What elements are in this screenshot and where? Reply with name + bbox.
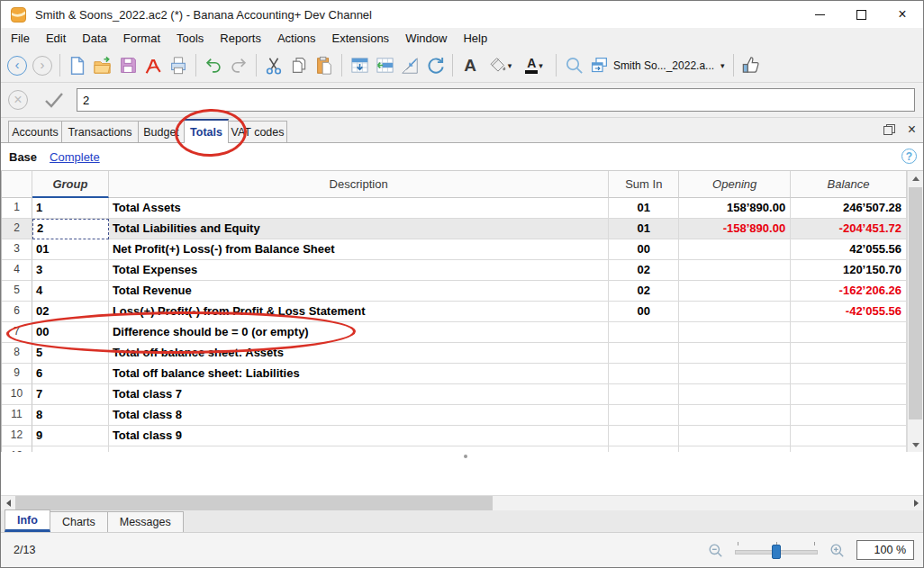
forward-icon[interactable]: ›	[31, 54, 54, 77]
opening-cell[interactable]: -158’890.00	[679, 219, 791, 239]
opening-cell[interactable]	[679, 364, 791, 384]
description-cell[interactable]: Net Profit(+) Loss(-) from Balance Sheet	[109, 239, 609, 260]
open-file-icon[interactable]	[91, 54, 114, 77]
view-tab-transactions[interactable]: Transactions	[61, 121, 139, 142]
sumin-cell[interactable]	[609, 426, 679, 446]
group-cell[interactable]: 8	[32, 405, 109, 426]
balance-cell[interactable]: 120’150.70	[791, 260, 907, 281]
opening-column-header[interactable]: Opening	[679, 171, 791, 198]
group-cell[interactable]: 00	[32, 322, 109, 343]
scroll-right-icon[interactable]	[909, 496, 923, 510]
vertical-scroll-thumb[interactable]	[909, 187, 922, 419]
sumin-cell[interactable]	[609, 322, 679, 343]
new-file-icon[interactable]	[66, 54, 89, 77]
description-cell[interactable]: Total class 8	[109, 405, 609, 426]
scroll-up-icon[interactable]	[908, 171, 923, 185]
opening-cell[interactable]	[679, 426, 791, 446]
cut-icon[interactable]	[262, 54, 285, 77]
cell-edit-input[interactable]	[77, 88, 915, 112]
menu-item-file[interactable]: File	[3, 28, 38, 49]
splitter-handle[interactable]	[464, 455, 467, 458]
font-icon[interactable]: A	[458, 54, 482, 77]
group-cell[interactable]: 7	[32, 384, 109, 405]
balance-cell[interactable]: -162’206.26	[791, 281, 907, 302]
help-icon[interactable]: ?	[901, 149, 917, 164]
row-number-cell[interactable]: 4	[2, 260, 32, 281]
opening-cell[interactable]	[679, 384, 791, 405]
group-cell[interactable]: 4	[32, 281, 109, 302]
balance-cell[interactable]: 42’055.56	[791, 239, 907, 260]
description-cell[interactable]: Total Assets	[109, 198, 609, 219]
balance-cell[interactable]	[791, 426, 907, 446]
page-setup-icon[interactable]	[398, 54, 421, 77]
menu-item-reports[interactable]: Reports	[212, 28, 269, 49]
group-cell[interactable]: 02	[32, 302, 109, 322]
description-column-header[interactable]: Description	[109, 171, 609, 198]
description-cell[interactable]: Total class 7	[109, 384, 609, 405]
float-view-icon[interactable]	[883, 124, 895, 135]
recalculate-icon[interactable]	[423, 54, 447, 77]
document-selector[interactable]: Smith So..._2022.a... ▾	[586, 56, 729, 75]
row-number-cell[interactable]: 6	[2, 302, 32, 322]
add-row-icon[interactable]	[373, 54, 396, 77]
description-cell[interactable]: Total Expenses	[109, 260, 609, 281]
zoom-level-box[interactable]: 100 %	[856, 540, 914, 560]
row-number-cell[interactable]: 2	[2, 219, 32, 239]
sumin-cell[interactable]	[609, 364, 679, 384]
view-tab-accounts[interactable]: Accounts	[8, 121, 62, 142]
export-pdf-icon[interactable]	[141, 54, 165, 77]
vertical-scrollbar[interactable]	[907, 171, 923, 452]
opening-cell[interactable]	[679, 260, 791, 281]
sumin-cell[interactable]: 02	[609, 260, 679, 281]
zoom-out-icon[interactable]	[707, 542, 724, 559]
menu-item-data[interactable]: Data	[74, 28, 114, 49]
sumin-cell[interactable]	[609, 405, 679, 426]
sumin-column-header[interactable]: Sum In	[609, 171, 679, 198]
description-cell[interactable]: Total off balance sheet: Liabilities	[109, 364, 609, 384]
menu-item-edit[interactable]: Edit	[38, 28, 74, 49]
redo-icon[interactable]	[227, 54, 250, 77]
menu-item-actions[interactable]: Actions	[269, 28, 324, 49]
balance-cell[interactable]: -204’451.72	[791, 219, 907, 239]
cancel-x-icon[interactable]: ×	[8, 90, 28, 110]
opening-cell[interactable]	[679, 322, 791, 343]
zoom-slider[interactable]	[735, 541, 818, 559]
view-tab-totals[interactable]: Totals	[184, 119, 229, 143]
print-icon[interactable]	[167, 54, 190, 77]
save-icon[interactable]	[116, 54, 140, 77]
group-cell[interactable]: 2	[32, 219, 109, 239]
group-cell[interactable]: 1	[32, 198, 109, 219]
group-cell[interactable]: 01	[32, 239, 109, 260]
opening-cell[interactable]: 158’890.00	[679, 198, 791, 219]
description-cell[interactable]: Total off balance sheet: Assets	[109, 343, 609, 364]
close-button[interactable]: ×	[882, 1, 923, 28]
view-tab-vat-codes[interactable]: VAT codes	[228, 121, 287, 142]
description-cell[interactable]: Difference should be = 0 (or empty)	[109, 322, 609, 343]
menu-item-window[interactable]: Window	[397, 28, 455, 49]
horizontal-scroll-thumb[interactable]	[15, 496, 493, 510]
description-cell[interactable]: Total class 9	[109, 426, 609, 446]
balance-cell[interactable]	[791, 384, 907, 405]
menu-item-help[interactable]: Help	[455, 28, 495, 49]
bottom-tab-info[interactable]: Info	[5, 509, 50, 532]
minimize-button[interactable]	[799, 1, 840, 28]
row-number-cell[interactable]: 5	[2, 281, 32, 302]
description-cell[interactable]: Total Liabilities and Equity	[109, 219, 609, 239]
balance-cell[interactable]	[791, 322, 907, 343]
opening-cell[interactable]	[679, 302, 791, 322]
accept-check-icon[interactable]	[44, 92, 64, 108]
scroll-down-icon[interactable]	[908, 437, 923, 452]
balance-cell[interactable]	[791, 364, 907, 384]
copy-icon[interactable]	[287, 54, 311, 77]
close-view-icon[interactable]: ×	[908, 122, 916, 137]
menu-item-format[interactable]: Format	[115, 28, 168, 49]
balance-cell[interactable]: 246’507.28	[791, 198, 907, 219]
sumin-cell[interactable]: 00	[609, 302, 679, 322]
row-number-cell[interactable]: 10	[2, 384, 32, 405]
sumin-cell[interactable]: 01	[609, 198, 679, 219]
row-number-cell[interactable]: 8	[2, 343, 32, 364]
complete-link[interactable]: Complete	[50, 150, 100, 164]
sumin-cell[interactable]: 02	[609, 281, 679, 302]
feedback-thumbs-up-icon[interactable]	[739, 54, 763, 77]
balance-cell[interactable]	[791, 343, 907, 364]
